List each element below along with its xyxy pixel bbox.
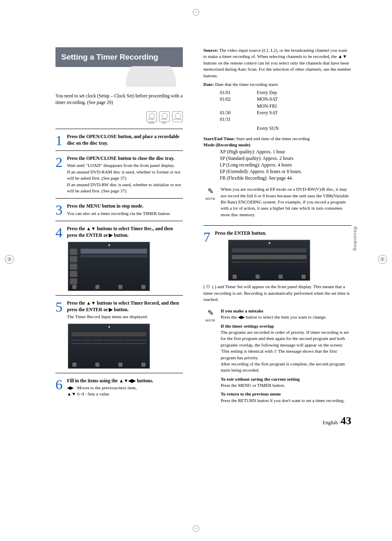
step-number: 6 (55, 375, 62, 395)
step-7: 7 Press the ENTER button. (203, 230, 351, 236)
step-2: 2 Press the OPEN/CLOSE button to close t… (55, 155, 183, 194)
step-1: 1 Press the OPEN/CLOSE button, and place… (55, 133, 183, 146)
step-heading: Press the ▲▼ buttons to select Timer Rec… (67, 300, 183, 313)
disc-type-icons: DVD-RAM DVD-RW DVD-R (55, 111, 183, 122)
note-heading-mistake: If you make a mistake (221, 308, 351, 314)
note-heading-exit: To exit without saving the current setti… (221, 376, 351, 382)
time-label: Start/End Time: (203, 136, 235, 141)
registration-mark-left (5, 255, 14, 264)
source-definition: Source: The video input source (L1, L2),… (203, 47, 351, 79)
intro-paragraph: You need to set clock (Setup – Clock Set… (55, 92, 183, 106)
divider (55, 150, 183, 151)
step-3: 3 Press the MENU button in stop mode. Yo… (55, 203, 183, 216)
step-heading: Press the MENU button in stop mode. (67, 203, 183, 209)
step-heading: Press the OPEN/CLOSE button, and place a… (67, 133, 183, 146)
date-options-table: 01/01Every Day 01/02MON-SAT MON-FRI 01/3… (203, 89, 351, 132)
table-row: 01/31 (203, 116, 351, 123)
dvd-rw-icon: DVD-RW (159, 111, 170, 122)
divider (55, 295, 183, 296)
note-label: NOTE (203, 197, 217, 201)
step-number: 3 (55, 200, 62, 220)
list-item: XP (High quality): Approx. 1 hour (220, 148, 351, 155)
note-text: Press the ◀▶ button to select the item y… (221, 314, 351, 320)
table-row: MON-FRI (203, 103, 351, 109)
step-6: 6 Fill in the items using the ▲▼◀▶ butto… (55, 377, 183, 398)
note-block-1: ✎ NOTE When you are recording at EP mode… (203, 186, 351, 218)
list-item: FR (Flexible Recording): See page 44. (220, 175, 351, 181)
registration-mark-top (193, 9, 199, 16)
step-body: ◀▶ : Moves to the previous/next item, ▲▼… (67, 385, 183, 398)
step-number: 1 (55, 131, 62, 150)
step-7-result-text: ( ⏲ ( ) and Timer Set will appear on the… (203, 283, 351, 303)
list-item: LP (Long recording): Approx. 4 hours (220, 162, 351, 168)
table-row: 01/30Every SAT (203, 109, 351, 116)
dvd-r-icon: DVD-R (172, 111, 183, 122)
start-end-time-definition: Start/End Time: Start and end time of th… (203, 136, 351, 142)
step-4: 4 Press the ▲▼ buttons to select Timer R… (55, 225, 183, 238)
step-5: 5 Press the ▲▼ buttons to select Timer R… (55, 300, 183, 320)
note-label: NOTE (203, 318, 217, 323)
source-label: Source: (203, 48, 218, 53)
step-number: 5 (55, 297, 62, 317)
set-value-hint: ▲▼ 0~9 : Sets a value. (67, 391, 110, 396)
table-row: Every SUN (203, 125, 351, 132)
note-heading-return: To return to the previous menu (221, 391, 351, 397)
divider (55, 221, 183, 221)
note-block-2: ✎ NOTE If you make a mistake Press the ◀… (203, 308, 351, 404)
divider (55, 198, 183, 199)
timer-record-screenshot-2: ◆ (228, 240, 310, 281)
dvd-ram-icon: DVD-RAM (146, 111, 157, 122)
timer-record-screenshot-1: ◆ (68, 324, 150, 369)
note-text: Press the RETURN button if you don't wan… (221, 398, 351, 404)
divider (203, 225, 351, 226)
step-number: 7 (203, 227, 210, 247)
pencil-icon: ✎ (203, 308, 217, 318)
step-heading: Press the OPEN/CLOSE button to close the… (67, 155, 183, 162)
step-heading: Press the ENTER button. (215, 230, 351, 236)
step-body: The Timer Record Input items are display… (67, 314, 183, 320)
date-label: Date: (203, 82, 214, 87)
prev-next-hint: ◀▶ : Moves to the previous/next item, (67, 385, 137, 390)
list-item: EP (Extended): Approx. 6 hours or 8 hour… (220, 168, 351, 175)
section-side-label: Recording (352, 227, 358, 251)
table-row: 01/02MON-SAT (203, 96, 351, 102)
table-row: 01/01Every Day (203, 89, 351, 96)
registration-mark-bottom (193, 525, 199, 532)
list-item: SP (Standard quality): Approx. 2 hours (220, 155, 351, 162)
note-text: Press the MENU or TIMER button. (221, 382, 351, 388)
registration-mark-right (378, 255, 387, 264)
divider (55, 129, 183, 129)
title-background-disc-image (55, 66, 183, 87)
date-definition: Date: Date that the timer recording star… (203, 81, 351, 88)
note-text: The programs are recorded in order of pr… (221, 329, 351, 374)
step-heading: Press the ▲▼ buttons to select Timer Rec… (67, 225, 183, 238)
page-footer: English -43 (323, 414, 351, 428)
page-title: Setting a Timer Recording (55, 47, 183, 67)
pencil-icon: ✎ (203, 186, 217, 197)
step-number: 2 (55, 153, 62, 172)
note-heading-overlap: If the timer settings overlap (221, 323, 351, 329)
step-body: You can also set a timer recording via t… (67, 210, 183, 217)
menu-screenshot-1: ◆ (68, 242, 150, 291)
note-body: When you are recording at EP mode on a D… (221, 186, 351, 218)
step-heading: Fill in the items using the ▲▼◀▶ buttons… (67, 377, 183, 384)
clock-icon: ⏲ (206, 284, 211, 289)
divider (55, 373, 183, 373)
step-number: 4 (55, 223, 62, 243)
language-label: English - (323, 420, 341, 425)
mode-label: Mode (Recording mode) (203, 142, 351, 148)
recording-mode-list: XP (High quality): Approx. 1 hour SP (St… (203, 148, 351, 181)
step-body: Wait until "LOAD" disappears from the fr… (67, 162, 183, 194)
page-number: 43 (341, 415, 351, 427)
